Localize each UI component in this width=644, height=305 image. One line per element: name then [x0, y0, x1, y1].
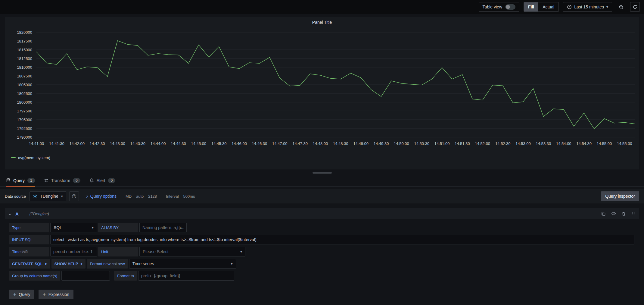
x-tick-label: 14:44:00: [151, 141, 166, 146]
pane-resize-handle[interactable]: [313, 172, 332, 174]
interval-summary: Interval = 500ms: [166, 194, 195, 199]
clock-icon: [567, 5, 572, 9]
form-row-format: GENERATE SQL ▸ SHOW HELP ▸ Format new co…: [9, 259, 639, 269]
y-tick-label: 1812500: [17, 56, 32, 61]
x-tick-label: 14:51:30: [455, 141, 470, 146]
unit-label: Unit: [98, 247, 138, 256]
size-option-fill[interactable]: Fill: [524, 2, 538, 11]
zoom-out-icon[interactable]: [616, 2, 626, 12]
x-tick-label: 14:49:00: [353, 141, 369, 146]
panel-size-radio-group: Fill Actual: [524, 2, 559, 12]
caret-right-icon: ▸: [45, 262, 47, 266]
x-tick-label: 14:41:30: [49, 141, 64, 146]
panel-title[interactable]: Panel Title: [5, 17, 639, 27]
x-tick-label: 14:55:00: [597, 141, 612, 146]
y-tick-label: 1797500: [17, 109, 32, 113]
y-tick-label: 1810000: [17, 65, 32, 70]
svg-text:?: ?: [73, 195, 75, 198]
tab-label: Query: [13, 178, 25, 183]
generate-sql-button[interactable]: GENERATE SQL ▸: [9, 259, 50, 269]
y-tick-label: 1792500: [17, 126, 32, 131]
type-label: Type: [9, 223, 49, 232]
datasource-name: TDengine: [40, 194, 58, 199]
x-tick-label: 14:46:00: [232, 141, 247, 146]
legend-label: avg(mem_system): [18, 156, 50, 160]
group-by-input[interactable]: [61, 271, 110, 281]
datasource-help-icon[interactable]: ?: [69, 191, 79, 201]
chevron-down-icon: ▾: [231, 262, 233, 266]
unit-select[interactable]: Please Select ▾: [139, 247, 245, 256]
legend-swatch: [11, 157, 16, 158]
refresh-icon[interactable]: [630, 2, 640, 12]
query-ref-id: A: [15, 211, 19, 216]
tab-query[interactable]: Query 1: [6, 175, 35, 186]
y-tick-label: 1790000: [17, 135, 32, 140]
x-axis-labels: 14:41:0014:41:3014:42:0014:42:3014:43:00…: [36, 141, 635, 147]
x-tick-label: 14:54:00: [556, 141, 571, 146]
type-select[interactable]: SQL ▾: [50, 223, 97, 232]
tab-label: Alert: [97, 178, 105, 183]
y-axis-labels: 1790000179250017950001797500180000018025…: [8, 27, 34, 139]
x-tick-label: 14:42:30: [90, 141, 105, 146]
x-tick-label: 14:55:30: [617, 141, 632, 146]
x-tick-label: 14:52:00: [475, 141, 490, 146]
database-icon: [6, 178, 11, 183]
size-option-actual[interactable]: Actual: [538, 2, 558, 11]
show-help-button[interactable]: SHOW HELP ▸: [51, 259, 86, 269]
tab-count-badge: 1: [27, 178, 35, 183]
time-range-picker[interactable]: Last 15 minutes ▾: [563, 2, 612, 12]
delete-query-trash-icon[interactable]: [621, 212, 626, 216]
query-options-toggle[interactable]: Query options: [86, 194, 117, 199]
sql-input[interactable]: [50, 235, 634, 244]
format-select[interactable]: Time series ▾: [129, 259, 236, 269]
panel: Panel Title 1790000179250017950001797500…: [5, 17, 639, 169]
chevron-down-icon: ▾: [606, 5, 608, 9]
format-to-input[interactable]: [138, 271, 234, 281]
duplicate-query-icon[interactable]: [601, 212, 606, 216]
timeshift-label: Timeshift: [9, 247, 49, 256]
x-tick-label: 14:50:30: [414, 141, 429, 146]
tab-transform[interactable]: Transform 0: [44, 175, 80, 186]
collapse-chevron-icon[interactable]: [8, 212, 12, 215]
legend-item[interactable]: avg(mem_system): [11, 156, 50, 160]
input-sql-label: INPUT SQL: [9, 235, 49, 244]
x-tick-label: 14:45:00: [191, 141, 206, 146]
query-editor-row-a: A (TDengine) Type SQL ▾ ALIAS BY: [5, 208, 639, 281]
query-inspector-button[interactable]: Query inspector: [601, 191, 639, 201]
x-tick-label: 14:48:30: [333, 141, 348, 146]
hide-query-eye-icon[interactable]: [611, 211, 616, 216]
tab-count-badge: 0: [108, 178, 116, 183]
add-query-button[interactable]: + Query: [9, 290, 34, 299]
form-row-sql: INPUT SQL: [9, 235, 639, 244]
x-tick-label: 14:49:30: [374, 141, 389, 146]
y-tick-label: 1795000: [17, 118, 32, 122]
drag-handle-icon[interactable]: [631, 212, 636, 216]
footer-actions: + Query + Expression: [5, 290, 639, 299]
query-form: Type SQL ▾ ALIAS BY INPUT SQL Timeshift …: [5, 219, 639, 281]
time-range-label: Last 15 minutes: [574, 5, 604, 9]
caret-right-icon: ▸: [81, 262, 82, 266]
add-expression-button[interactable]: + Expression: [39, 290, 73, 299]
tab-alert[interactable]: Alert 0: [89, 175, 115, 186]
plot-area[interactable]: [36, 27, 635, 139]
datasource-picker[interactable]: TDengine ▾: [30, 191, 66, 201]
x-tick-label: 14:46:30: [252, 141, 267, 146]
alias-by-label: ALIAS BY: [98, 223, 138, 232]
form-row-groupby: Group by column name(s) Format to: [9, 271, 639, 281]
timeshift-input[interactable]: [50, 247, 97, 256]
group-by-label: Group by column name(s): [9, 271, 60, 281]
x-tick-label: 14:43:00: [110, 141, 125, 146]
table-view-toggle[interactable]: [505, 4, 515, 10]
toggle-knob: [506, 5, 510, 9]
y-tick-label: 1805000: [17, 83, 32, 87]
x-tick-label: 14:47:00: [272, 141, 288, 146]
x-tick-label: 14:43:30: [130, 141, 145, 146]
tab-label: Transform: [51, 178, 70, 183]
editor-tabs: Query 1 Transform 0 Alert 0: [0, 175, 644, 187]
query-row-header: A (TDengine): [5, 208, 639, 219]
x-tick-label: 14:52:30: [495, 141, 511, 146]
alias-by-input[interactable]: [139, 223, 187, 232]
y-tick-label: 1802500: [17, 91, 32, 96]
x-tick-label: 14:41:00: [29, 141, 44, 146]
datasource-row: Data source TDengine ▾ ? Query options M…: [0, 189, 644, 203]
